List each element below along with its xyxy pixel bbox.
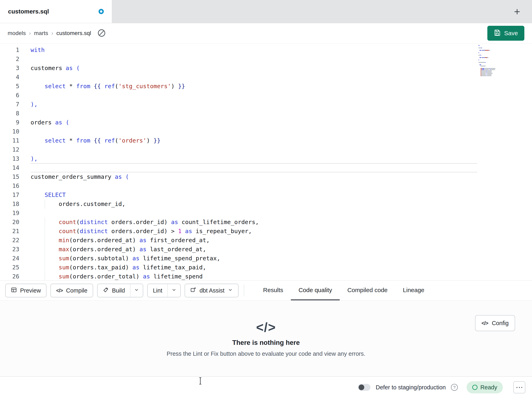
line-number: 9	[0, 118, 31, 127]
code-content: sum(orders.order_total) as lifetime_spen…	[31, 272, 477, 281]
code-line-23[interactable]: 23 max(orders.ordered_at) as last_ordere…	[0, 245, 532, 254]
line-number: 24	[0, 254, 31, 263]
panel-tab-lineage[interactable]: Lineage	[395, 281, 432, 300]
code-line-15[interactable]: 15customer_orders_summary as (	[0, 172, 532, 181]
minimap-line	[479, 74, 509, 75]
breadcrumb-item-marts[interactable]: marts	[34, 30, 48, 36]
more-options-button[interactable]: ⋯	[513, 381, 525, 393]
code-line-3[interactable]: 3customers as (	[0, 64, 532, 73]
config-button[interactable]: </> Config	[475, 315, 515, 331]
breadcrumb-item-models[interactable]: models	[8, 30, 26, 36]
code-content	[31, 209, 477, 218]
code-line-6[interactable]: 6	[0, 91, 532, 100]
save-button-label: Save	[504, 30, 518, 37]
code-line-9[interactable]: 9orders as (	[0, 118, 532, 127]
code-line-21[interactable]: 21 count(distinct orders.order_id) > 1 a…	[0, 227, 532, 236]
table-icon	[11, 287, 17, 294]
panel-tab-compiled-code[interactable]: Compiled code	[340, 281, 395, 300]
empty-state-title: There is nothing here	[232, 339, 300, 346]
file-tab-customers-sql[interactable]: customers.sql	[0, 0, 112, 23]
indent-guide	[45, 263, 45, 272]
code-line-10[interactable]: 10	[0, 127, 532, 136]
minimap[interactable]	[479, 45, 509, 77]
code-line-16[interactable]: 16	[0, 181, 532, 190]
line-number: 13	[0, 154, 31, 163]
line-number: 2	[0, 55, 31, 64]
code-line-19[interactable]: 19	[0, 209, 532, 218]
build-dropdown-button[interactable]	[130, 284, 143, 297]
line-number: 6	[0, 91, 31, 100]
code-line-25[interactable]: 25 sum(orders.tax_paid) as lifetime_tax_…	[0, 263, 532, 272]
code-line-14[interactable]: 14	[0, 163, 532, 172]
file-info-button[interactable]	[95, 27, 108, 39]
minimap-line	[479, 75, 509, 76]
code-line-4[interactable]: 4	[0, 73, 532, 82]
defer-label: Defer to staging/production	[376, 384, 446, 391]
code-line-11[interactable]: 11 select * from {{ ref('orders') }}	[0, 136, 532, 145]
code-line-13[interactable]: 13),	[0, 154, 532, 163]
unsaved-indicator-dot	[99, 9, 104, 14]
breadcrumb-item-customers-sql[interactable]: customers.sql	[56, 30, 91, 36]
code-line-18[interactable]: 18 orders.customer_id,	[0, 200, 532, 209]
build-icon	[103, 287, 109, 294]
line-number: 5	[0, 82, 31, 91]
code-line-24[interactable]: 24 sum(orders.subtotal) as lifetime_spen…	[0, 254, 532, 263]
code-line-22[interactable]: 22 min(orders.ordered_at) as first_order…	[0, 236, 532, 245]
panel-tab-results[interactable]: Results	[255, 281, 291, 300]
defer-toggle[interactable]	[358, 384, 370, 391]
compile-button[interactable]: </> Compile	[51, 284, 93, 297]
minimap-line	[479, 71, 509, 71]
lint-dropdown-button[interactable]	[168, 284, 181, 297]
assist-icon	[190, 287, 196, 294]
code-content	[31, 91, 477, 100]
minimap-line	[479, 50, 509, 51]
compass-icon	[97, 29, 106, 38]
code-content	[31, 55, 477, 64]
code-content: sum(orders.subtotal) as lifetime_spend_p…	[31, 254, 477, 263]
code-line-7[interactable]: 7),	[0, 100, 532, 109]
code-line-8[interactable]: 8	[0, 109, 532, 118]
code-line-1[interactable]: 1with	[0, 46, 532, 55]
line-number: 20	[0, 218, 31, 227]
status-badge-ready[interactable]: Ready	[467, 381, 503, 393]
build-label: Build	[112, 287, 125, 294]
preview-button[interactable]: Preview	[5, 284, 46, 297]
minimap-line	[479, 58, 509, 59]
line-number: 23	[0, 245, 31, 254]
editor-tab-bar: customers.sql +	[0, 0, 532, 23]
indent-guide	[45, 218, 45, 227]
toggle-knob	[359, 385, 364, 390]
code-content: orders as (	[31, 118, 477, 127]
minimap-line	[479, 62, 509, 63]
minimap-line	[479, 68, 509, 69]
minimap-line	[479, 61, 509, 62]
code-line-2[interactable]: 2	[0, 55, 532, 64]
code-line-26[interactable]: 26 sum(orders.order_total) as lifetime_s…	[0, 272, 532, 281]
build-button[interactable]: Build	[97, 284, 131, 297]
code-content	[31, 145, 477, 154]
dbt-assist-button[interactable]: dbt Assist	[185, 284, 239, 297]
line-number: 21	[0, 227, 31, 236]
line-number: 3	[0, 64, 31, 73]
code-content: sum(orders.tax_paid) as lifetime_tax_pai…	[31, 263, 477, 272]
help-icon[interactable]: ?	[451, 384, 458, 391]
code-line-12[interactable]: 12	[0, 145, 532, 154]
lint-button[interactable]: Lint	[147, 284, 168, 297]
code-content: ),	[31, 100, 477, 109]
code-editor[interactable]: 1with23customers as (45 select * from {{…	[0, 44, 532, 281]
code-content: ),	[31, 154, 477, 163]
empty-state-message: Press the Lint or Fix button above to ev…	[166, 351, 365, 357]
new-tab-button[interactable]: +	[509, 0, 525, 23]
minimap-line	[479, 51, 509, 52]
code-line-20[interactable]: 20 count(distinct orders.order_id) as co…	[0, 218, 532, 227]
code-content: count(distinct orders.order_id) as count…	[31, 218, 477, 227]
code-content: min(orders.ordered_at) as first_ordered_…	[31, 236, 477, 245]
minimap-line	[479, 46, 509, 47]
panel-tab-code-quality[interactable]: Code quality	[291, 281, 340, 300]
code-content: count(distinct orders.order_id) > 1 as i…	[31, 227, 477, 236]
minimap-line	[479, 55, 509, 56]
code-line-5[interactable]: 5 select * from {{ ref('stg_customers') …	[0, 82, 532, 91]
line-number: 18	[0, 200, 31, 209]
code-line-17[interactable]: 17 SELECT	[0, 190, 532, 200]
save-button[interactable]: Save	[487, 26, 524, 41]
